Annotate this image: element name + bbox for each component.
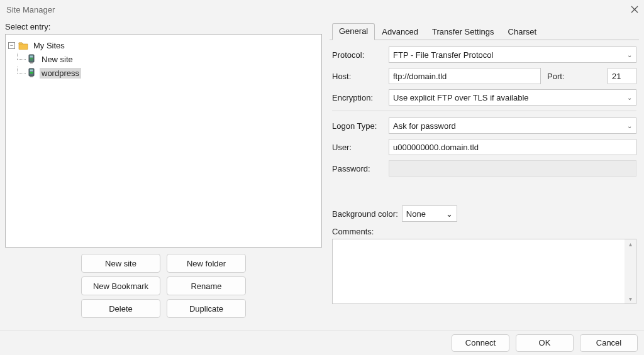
tree-label: wordpress	[40, 68, 81, 79]
comments-textarea[interactable]: ▴ ▾	[332, 239, 636, 304]
settings-panel: General Advanced Transfer Settings Chars…	[330, 22, 639, 330]
svg-rect-4	[30, 62, 33, 63]
tab-bar: General Advanced Transfer Settings Chars…	[330, 22, 639, 40]
tree-connector	[17, 67, 26, 74]
encryption-value: Use explicit FTP over TLS if available	[393, 93, 529, 102]
ok-button[interactable]: OK	[516, 334, 574, 352]
protocol-value: FTP - File Transfer Protocol	[393, 50, 493, 60]
protocol-label: Protocol:	[332, 50, 389, 60]
password-label: Password:	[332, 164, 389, 173]
tab-general[interactable]: General	[332, 23, 375, 40]
background-color-value: None	[406, 209, 426, 219]
scroll-up-icon[interactable]: ▴	[629, 241, 632, 248]
new-bookmark-button[interactable]: New Bookmark	[81, 276, 160, 295]
tab-body-general: Protocol: FTP - File Transfer Protocol ⌄…	[330, 40, 639, 330]
delete-button[interactable]: Delete	[81, 299, 160, 318]
rename-button[interactable]: Rename	[167, 276, 246, 295]
tree-root[interactable]: − My Sites	[8, 38, 319, 52]
svg-rect-8	[30, 74, 33, 74]
user-input[interactable]: u000000000.domain.tld	[389, 139, 636, 155]
scroll-down-icon[interactable]: ▾	[629, 295, 632, 302]
svg-rect-9	[30, 76, 33, 77]
logon-type-label: Logon Type:	[332, 121, 389, 131]
chevron-down-icon: ⌄	[627, 52, 632, 58]
user-value: u000000000.domain.tld	[393, 143, 479, 152]
tree-connector	[17, 53, 26, 60]
titlebar: Site Manager	[0, 0, 644, 19]
svg-rect-1	[30, 56, 33, 58]
port-value: 21	[612, 72, 621, 81]
cancel-button[interactable]: Cancel	[580, 334, 638, 352]
select-entry-label: Select entry:	[5, 22, 322, 31]
chevron-down-icon: ⌄	[627, 94, 632, 101]
background-color-select[interactable]: None ⌄	[402, 205, 457, 222]
scrollbar[interactable]: ▴ ▾	[625, 239, 636, 303]
close-icon[interactable]	[630, 5, 639, 14]
logon-type-select[interactable]: Ask for password ⌄	[389, 117, 636, 134]
chevron-down-icon: ⌄	[627, 123, 632, 129]
protocol-select[interactable]: FTP - File Transfer Protocol ⌄	[389, 46, 636, 63]
svg-rect-7	[30, 72, 33, 73]
connect-button[interactable]: Connect	[452, 334, 509, 352]
server-icon	[26, 54, 37, 64]
site-tree[interactable]: − My Sites New site wordpress	[5, 34, 322, 248]
tree-item[interactable]: wordpress	[8, 66, 319, 80]
background-color-label: Background color:	[332, 209, 398, 219]
divider	[332, 111, 636, 111]
chevron-down-icon: ⌄	[446, 209, 453, 219]
duplicate-button[interactable]: Duplicate	[167, 299, 246, 318]
host-label: Host:	[332, 72, 389, 81]
comments-label: Comments:	[332, 227, 374, 236]
tab-charset[interactable]: Charset	[501, 24, 544, 40]
logon-type-value: Ask for password	[393, 121, 456, 131]
port-input[interactable]: 21	[608, 68, 636, 84]
tab-transfer-settings[interactable]: Transfer Settings	[425, 24, 501, 40]
window-title: Site Manager	[6, 5, 630, 14]
port-label: Port:	[547, 72, 604, 81]
svg-rect-3	[30, 60, 33, 60]
entries-panel: Select entry: − My Sites New site	[5, 22, 322, 330]
folder-icon	[18, 41, 29, 50]
server-icon	[26, 68, 37, 78]
host-input[interactable]: ftp://domain.tld	[389, 68, 541, 84]
svg-rect-6	[30, 70, 33, 72]
user-label: User:	[332, 143, 389, 152]
tree-label: My Sites	[31, 40, 67, 51]
encryption-label: Encryption:	[332, 93, 389, 102]
new-folder-button[interactable]: New folder	[167, 254, 246, 273]
collapse-icon[interactable]: −	[8, 42, 15, 49]
svg-rect-2	[30, 58, 33, 59]
new-site-button[interactable]: New site	[81, 254, 160, 273]
entry-button-grid: New site New folder New Bookmark Rename …	[5, 254, 322, 318]
tree-item[interactable]: New site	[8, 52, 319, 66]
tree-label: New site	[40, 54, 75, 65]
password-input	[389, 160, 636, 177]
dialog-footer: Connect OK Cancel	[0, 330, 644, 354]
encryption-select[interactable]: Use explicit FTP over TLS if available ⌄	[389, 89, 636, 106]
tab-advanced[interactable]: Advanced	[375, 24, 425, 40]
host-value: ftp://domain.tld	[393, 72, 447, 81]
